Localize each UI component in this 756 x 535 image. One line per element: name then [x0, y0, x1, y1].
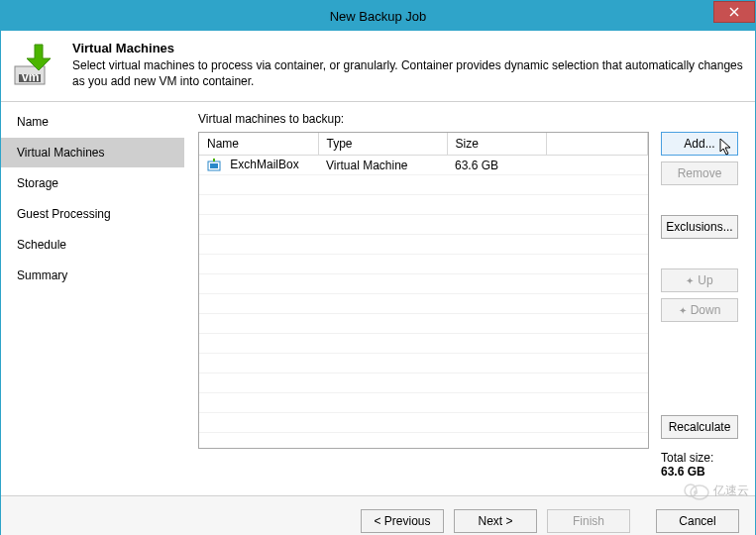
col-type[interactable]: Type — [318, 133, 447, 156]
wizard-footer: < Previous Next > Finish Cancel — [1, 495, 755, 535]
remove-button: Remove — [661, 161, 738, 185]
next-button[interactable]: Next > — [454, 509, 537, 533]
arrow-up-icon: ✦ — [686, 275, 694, 286]
cell-type: Virtual Machine — [318, 156, 447, 175]
page-description: Select virtual machines to process via c… — [72, 57, 743, 89]
previous-button[interactable]: < Previous — [361, 509, 444, 533]
total-size-value: 63.6 GB — [661, 465, 738, 479]
wizard-body: Name Virtual Machines Storage Guest Proc… — [1, 102, 755, 495]
sidebar-item-storage[interactable]: Storage — [1, 168, 184, 198]
cancel-button[interactable]: Cancel — [656, 509, 739, 533]
up-button: ✦ Up — [661, 268, 738, 292]
finish-button: Finish — [547, 509, 630, 533]
window-title: New Backup Job — [330, 9, 427, 24]
vm-table[interactable]: Name Type Size — [198, 132, 649, 449]
svg-rect-6 — [210, 163, 218, 168]
col-size[interactable]: Size — [447, 133, 546, 156]
arrow-down-icon: ✦ — [679, 305, 687, 316]
total-size: Total size: 63.6 GB — [661, 451, 738, 479]
add-button[interactable]: Add... — [661, 132, 738, 156]
sidebar-item-summary[interactable]: Summary — [1, 261, 184, 290]
svg-rect-7 — [213, 159, 215, 161]
close-icon — [729, 7, 739, 17]
sidebar-item-name[interactable]: Name — [1, 107, 184, 137]
svg-point-8 — [691, 485, 708, 499]
titlebar: New Backup Job — [1, 1, 755, 31]
vm-icon — [207, 159, 223, 172]
cell-size: 63.6 GB — [447, 156, 546, 175]
table-row[interactable]: ExchMailBox Virtual Machine 63.6 GB — [199, 156, 648, 175]
total-size-label: Total size: — [661, 451, 738, 465]
svg-text:vm: vm — [22, 70, 39, 84]
wizard-header: vm Virtual Machines Select virtual machi… — [1, 31, 755, 102]
action-buttons: Add... Remove Exclusions... ✦ Up ✦ Down … — [661, 132, 738, 479]
svg-point-10 — [694, 490, 698, 494]
col-name[interactable]: Name — [199, 133, 318, 156]
wizard-steps-sidebar: Name Virtual Machines Storage Guest Proc… — [1, 102, 184, 495]
cell-name: ExchMailBox — [230, 158, 298, 171]
sidebar-item-guest-processing[interactable]: Guest Processing — [1, 199, 184, 229]
close-button[interactable] — [713, 1, 755, 23]
content-pane: Virtual machines to backup: Name Type Si… — [184, 102, 755, 495]
down-button: ✦ Down — [661, 298, 738, 322]
vm-list-label: Virtual machines to backup: — [198, 112, 739, 126]
col-spacer — [546, 133, 648, 156]
sidebar-item-schedule[interactable]: Schedule — [1, 230, 184, 260]
sidebar-item-virtual-machines[interactable]: Virtual Machines — [1, 138, 184, 167]
watermark: 亿速云 — [682, 481, 749, 500]
page-title: Virtual Machines — [72, 41, 743, 55]
exclusions-button[interactable]: Exclusions... — [661, 215, 738, 239]
recalculate-button[interactable]: Recalculate — [661, 415, 738, 439]
vm-wizard-icon: vm — [13, 41, 60, 88]
wizard-window: New Backup Job vm Virtual Machines Selec… — [0, 0, 756, 535]
